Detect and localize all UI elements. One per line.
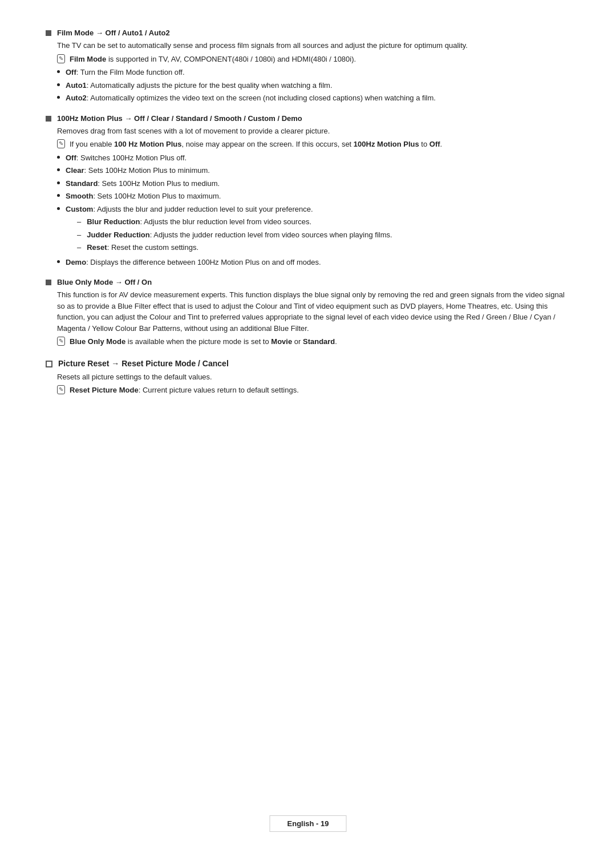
custom-sub-list: – Blur Reduction: Adjusts the blur reduc… [66, 216, 392, 253]
page-number: English - 19 [287, 819, 329, 828]
list-item: Auto1: Automatically adjusts the picture… [57, 80, 570, 91]
square-bullet-film-mode [46, 30, 51, 36]
bullet-text: Custom: Adjusts the blur and judder redu… [66, 204, 392, 255]
dot-bullet [57, 156, 60, 159]
100hz-body: Removes drag from fast scenes with a lot… [57, 126, 570, 268]
picture-reset-note: ✎ Reset Picture Mode: Current picture va… [57, 385, 570, 396]
100hz-title: 100Hz Motion Plus → Off / Clear / Standa… [57, 114, 302, 123]
list-item: Auto2: Automatically optimizes the video… [57, 92, 570, 104]
film-mode-bullet-list: Off: Turn the Film Mode function off. Au… [57, 67, 570, 104]
list-item: – Reset: Reset the custom settings. [77, 242, 392, 253]
note-icon: ✎ [57, 385, 65, 394]
section-film-mode-header: Film Mode → Off / Auto1 / Auto2 [46, 29, 570, 37]
list-item: Smooth: Sets 100Hz Motion Plus to maximu… [57, 191, 570, 202]
picture-reset-description: Resets all picture settings to the defau… [57, 371, 570, 383]
100hz-note-text: If you enable 100 Hz Motion Plus, noise … [70, 139, 442, 150]
bullet-text: Clear: Sets 100Hz Motion Plus to minimum… [66, 165, 210, 176]
blue-only-note-text: Blue Only Mode is available when the pic… [70, 336, 337, 347]
list-item: Standard: Sets 100Hz Motion Plus to medi… [57, 178, 570, 189]
100hz-description: Removes drag from fast scenes with a lot… [57, 126, 570, 137]
page-footer: English - 19 [270, 815, 347, 832]
bullet-text: Off: Switches 100Hz Motion Plus off. [66, 152, 187, 164]
dash-bullet: – [77, 242, 81, 253]
section-picture-reset: Picture Reset → Reset Picture Mode / Can… [46, 359, 570, 396]
100hz-bullet-list: Off: Switches 100Hz Motion Plus off. Cle… [57, 152, 570, 268]
picture-reset-header: Picture Reset → Reset Picture Mode / Can… [46, 359, 570, 368]
page-content: Film Mode → Off / Auto1 / Auto2 The TV c… [0, 0, 616, 452]
picture-reset-note-text: Reset Picture Mode: Current picture valu… [70, 385, 299, 396]
square-bullet-100hz [46, 116, 51, 122]
dot-bullet [57, 260, 60, 263]
film-mode-note-text: Film Mode is supported in TV, AV, COMPON… [70, 54, 356, 65]
section-film-mode: Film Mode → Off / Auto1 / Auto2 The TV c… [46, 29, 570, 104]
sub-bullet-text: Blur Reduction: Adjusts the blur reducti… [87, 216, 311, 228]
section-blue-only: Blue Only Mode → Off / On This function … [46, 278, 570, 347]
blue-only-note: ✎ Blue Only Mode is available when the p… [57, 336, 570, 347]
bullet-text: Auto2: Automatically optimizes the video… [66, 92, 436, 104]
bullet-text: Off: Turn the Film Mode function off. [66, 67, 185, 78]
dash-bullet: – [77, 216, 81, 228]
picture-reset-body: Resets all picture settings to the defau… [57, 371, 570, 396]
section-100hz-header: 100Hz Motion Plus → Off / Clear / Standa… [46, 114, 570, 123]
list-item: Off: Turn the Film Mode function off. [57, 67, 570, 78]
list-item: – Blur Reduction: Adjusts the blur reduc… [77, 216, 392, 228]
square-bullet-blue-only [46, 280, 51, 285]
note-icon: ✎ [57, 54, 65, 63]
blue-only-body: This function is for AV device measureme… [57, 289, 570, 347]
film-mode-body: The TV can be set to automatically sense… [57, 40, 570, 104]
list-item: Off: Switches 100Hz Motion Plus off. [57, 152, 570, 164]
note-icon: ✎ [57, 337, 65, 346]
dash-bullet: – [77, 229, 81, 241]
list-item: – Judder Reduction: Adjusts the judder r… [77, 229, 392, 241]
bullet-text: Auto1: Automatically adjusts the picture… [66, 80, 333, 91]
section-100hz-motion: 100Hz Motion Plus → Off / Clear / Standa… [46, 114, 570, 268]
sub-bullet-text: Judder Reduction: Adjusts the judder red… [87, 229, 392, 241]
dot-bullet [57, 194, 60, 197]
blue-only-description: This function is for AV device measureme… [57, 289, 570, 334]
sub-bullet-text: Reset: Reset the custom settings. [87, 242, 198, 253]
film-mode-description: The TV can be set to automatically sense… [57, 40, 570, 51]
blue-only-title: Blue Only Mode → Off / On [57, 278, 152, 286]
section-blue-only-header: Blue Only Mode → Off / On [46, 278, 570, 286]
dot-bullet [57, 181, 60, 184]
dot-bullet [57, 70, 60, 73]
checkbox-bullet-picture-reset [46, 361, 52, 367]
list-item: Custom: Adjusts the blur and judder redu… [57, 204, 570, 255]
picture-reset-title: Picture Reset → Reset Picture Mode / Can… [58, 359, 229, 368]
bullet-text: Standard: Sets 100Hz Motion Plus to medi… [66, 178, 220, 189]
note-icon: ✎ [57, 139, 65, 148]
film-mode-title: Film Mode → Off / Auto1 / Auto2 [57, 29, 170, 37]
dot-bullet [57, 96, 60, 99]
dot-bullet [57, 168, 60, 171]
dot-bullet [57, 207, 60, 210]
list-item: Clear: Sets 100Hz Motion Plus to minimum… [57, 165, 570, 176]
dot-bullet [57, 83, 60, 86]
bullet-text: Demo: Displays the difference between 10… [66, 257, 321, 268]
100hz-note: ✎ If you enable 100 Hz Motion Plus, nois… [57, 139, 570, 150]
list-item: Demo: Displays the difference between 10… [57, 257, 570, 268]
bullet-text: Smooth: Sets 100Hz Motion Plus to maximu… [66, 191, 221, 202]
film-mode-note: ✎ Film Mode is supported in TV, AV, COMP… [57, 54, 570, 65]
